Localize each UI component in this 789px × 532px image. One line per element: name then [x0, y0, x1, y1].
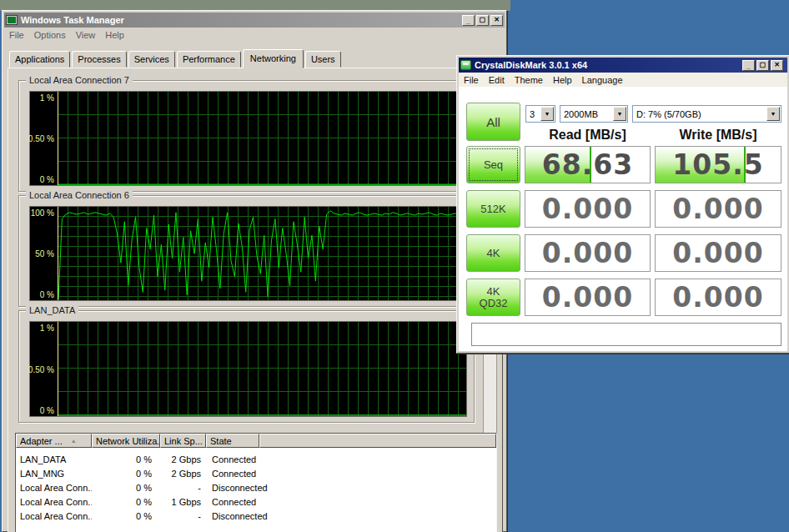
chevron-down-icon[interactable]: ▼ [613, 107, 626, 121]
crystaldiskmark-title: CrystalDiskMark 3.0.1 x64 [475, 60, 587, 70]
graph-group-local-area-connection-6: Local Area Connection 6 100 % 50 % 0 % [18, 195, 475, 307]
crystaldiskmark-menubar: File Edit Theme Help Language [459, 73, 787, 87]
utilization-graph [58, 207, 466, 300]
link-speed: 2 Gbps [160, 469, 206, 479]
512k-test-button[interactable]: 512K [466, 190, 520, 228]
y-axis-labels: 1 % 0.50 % 0 % [30, 92, 57, 185]
write-column-header: Write [MB/s] [655, 126, 781, 144]
drive-select[interactable]: D: 7% (5/70GB) ▼ [632, 105, 781, 123]
state: Disconnected [206, 511, 268, 521]
4k-read-value: 0.000 [525, 235, 650, 271]
graph-group-local-area-connection-7: Local Area Connection 7 1 % 0.50 % 0 % [18, 80, 475, 192]
task-manager-caption-buttons: _ ▢ ✕ [460, 15, 503, 26]
menu-options[interactable]: Options [29, 29, 71, 41]
task-manager-titlebar[interactable]: Windows Task Manager _ ▢ ✕ [4, 13, 505, 28]
tab-performance[interactable]: Performance [177, 51, 241, 68]
512k-write-result: 0.000 [655, 190, 781, 228]
y-tick: 1 % [40, 324, 54, 333]
512k-write-value: 0.000 [656, 191, 781, 227]
close-icon[interactable]: ✕ [771, 60, 783, 71]
menu-file[interactable]: File [4, 29, 29, 41]
menu-file[interactable]: File [459, 74, 484, 86]
column-header-state[interactable]: State [206, 434, 259, 448]
maximize-icon[interactable]: ▢ [476, 15, 489, 26]
minimize-icon[interactable]: _ [742, 60, 755, 71]
adapter-name: Local Area Conn... [16, 483, 92, 493]
y-tick: 0 % [40, 290, 54, 299]
graph-plot-panel: 1 % 0.50 % 0 % [29, 91, 467, 186]
table-row[interactable]: Local Area Conn... 0 % 1 Gbps Connected [16, 494, 496, 509]
state: Connected [206, 469, 256, 479]
4k-qd32-button-label-line2: QD32 [480, 298, 508, 309]
tab-services[interactable]: Services [128, 51, 175, 68]
column-label: Network Utiliza... [96, 436, 160, 446]
menu-edit[interactable]: Edit [484, 74, 510, 86]
task-manager-tabs: Applications Processes Services Performa… [9, 48, 343, 68]
4k-qd32-read-value: 0.000 [525, 279, 650, 315]
seq-read-value: 68.63 [525, 147, 650, 183]
task-manager-window: Windows Task Manager _ ▢ ✕ File Options … [2, 10, 507, 532]
test-count-select[interactable]: 3 ▼ [525, 105, 555, 123]
table-row[interactable]: LAN_DATA 0 % 2 Gbps Connected [16, 452, 496, 466]
graph-plot-panel: 100 % 50 % 0 % [29, 206, 467, 301]
column-label: State [210, 436, 232, 446]
menu-help[interactable]: Help [548, 74, 577, 86]
seq-test-button[interactable]: Seq [466, 146, 520, 183]
crystaldiskmark-icon [460, 60, 471, 70]
minimize-icon[interactable]: _ [462, 15, 475, 26]
y-tick: 100 % [31, 208, 54, 218]
table-row[interactable]: LAN_MNG 0 % 2 Gbps Connected [16, 466, 496, 480]
crystaldiskmark-titlebar[interactable]: CrystalDiskMark 3.0.1 x64 _ ▢ ✕ [459, 58, 787, 73]
read-column-header: Read [MB/s] [525, 126, 651, 144]
chevron-down-icon[interactable]: ▼ [540, 107, 554, 121]
network-utilization: 0 % [92, 483, 160, 493]
tab-networking[interactable]: Networking [243, 49, 304, 68]
menu-help[interactable]: Help [100, 29, 129, 41]
column-header-filler [259, 434, 496, 448]
tab-users[interactable]: Users [305, 51, 341, 68]
chevron-down-icon[interactable]: ▼ [766, 107, 780, 121]
utilization-graph [58, 92, 466, 185]
y-tick: 50 % [35, 249, 54, 258]
network-utilization: 0 % [92, 497, 160, 507]
menu-view[interactable]: View [71, 29, 101, 41]
test-size-value: 2000MB [564, 109, 598, 119]
network-utilization: 0 % [92, 454, 160, 464]
table-row[interactable]: Local Area Conn... 0 % - Disconnected [16, 509, 496, 523]
link-speed: 1 Gbps [160, 497, 206, 507]
4k-read-result: 0.000 [525, 234, 651, 272]
crystaldiskmark-client-area: All 3 ▼ 2000MB ▼ D: 7% (5/70GB) ▼ Read [… [459, 87, 787, 351]
tab-applications[interactable]: Applications [9, 51, 70, 68]
close-icon[interactable]: ✕ [490, 15, 503, 26]
4k-button-label: 4K [487, 247, 500, 259]
seq-write-value: 105.5 [656, 147, 781, 183]
link-speed: 2 Gbps [160, 454, 206, 464]
maximize-icon[interactable]: ▢ [756, 60, 769, 71]
comment-input[interactable] [471, 323, 781, 346]
test-size-select[interactable]: 2000MB ▼ [560, 105, 628, 123]
column-header-link-speed[interactable]: Link Sp... [160, 434, 206, 448]
link-speed: - [160, 511, 206, 521]
menu-language[interactable]: Language [577, 74, 628, 86]
menu-theme[interactable]: Theme [510, 74, 548, 86]
task-manager-menubar: File Options View Help [4, 28, 505, 42]
column-header-adapter[interactable]: Adapter ... ▲ [16, 434, 92, 448]
seq-button-label: Seq [484, 158, 503, 171]
graph-title: LAN_DATA [26, 305, 78, 316]
state: Connected [206, 454, 256, 464]
all-test-button[interactable]: All [466, 103, 520, 141]
y-tick: 1 % [40, 93, 54, 103]
test-count-value: 3 [530, 109, 535, 119]
512k-read-value: 0.000 [525, 191, 650, 227]
table-row[interactable]: Local Area Conn... 0 % - Disconnected [16, 480, 496, 494]
4k-qd32-test-button[interactable]: 4K QD32 [466, 279, 520, 316]
adapter-name: Local Area Conn... [16, 497, 92, 507]
column-header-network-utilization[interactable]: Network Utiliza... [92, 434, 160, 448]
state: Disconnected [206, 483, 268, 493]
graph-plot-panel: 1 % 0.50 % 0 % [29, 321, 467, 417]
y-tick: 0.50 % [28, 134, 54, 143]
4k-test-button[interactable]: 4K [466, 234, 520, 272]
tab-processes[interactable]: Processes [72, 51, 126, 68]
graph-group-lan-data: LAN_DATA 1 % 0.50 % 0 % [18, 310, 475, 423]
drive-value: D: 7% (5/70GB) [636, 109, 701, 119]
